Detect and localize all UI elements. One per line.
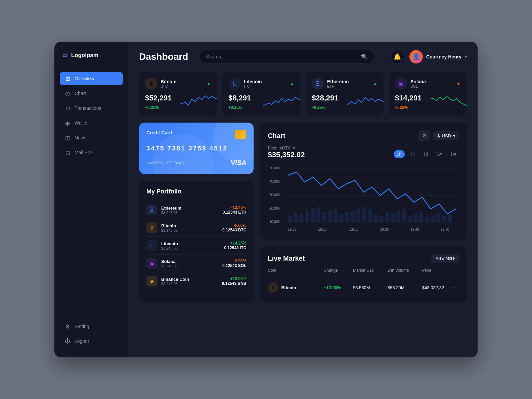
portfolio-details-eth: Ethereum $3,245.03 — [161, 206, 219, 215]
chart-pair[interactable]: Bitcoin/BTC ▾ — [268, 145, 305, 150]
sidebar-label-setting: Setting — [75, 324, 89, 329]
col-price: Price — [422, 268, 449, 273]
svg-text:50,000: 50,000 — [270, 166, 280, 170]
right-column: Chart ⚙ $ USD ▾ — [260, 123, 467, 303]
market-btc-price: $48,032,32 — [422, 285, 449, 290]
portfolio-amount-bnb: 0.12543 BNB — [222, 281, 247, 286]
market-coin-btc: ₿ Bitcoin — [268, 282, 321, 293]
crypto-card-header-eth: Ξ Ethereum ETH ▲ — [312, 78, 378, 90]
view-more-button[interactable]: View More — [431, 254, 459, 263]
svg-rect-14 — [311, 209, 315, 222]
sidebar-item-logout[interactable]: ⏻ Logout — [60, 335, 123, 348]
portfolio-coin-name-sol: Solana — [161, 259, 218, 264]
portfolio: My Portfolio Ξ Ethereum $3,245.03 -13.40… — [139, 181, 254, 303]
col-coin: Coin — [268, 268, 321, 273]
crypto-card-ltc: Ł Litecoin ITC ▲ $8,291 +0.25% — [222, 72, 300, 116]
bottom-section: Credit Card 3475 7381 3759 4512 DARRELL … — [139, 123, 467, 303]
crypto-card-btc: ₿ Bitcoin BTC ▲ $52,291 +0.25% — [139, 72, 217, 116]
col-change: Change — [324, 268, 350, 273]
svg-rect-27 — [385, 212, 389, 222]
ltc-symbol: ITC — [244, 84, 262, 88]
eth-logo: Ξ — [312, 78, 324, 90]
credit-card: Credit Card 3475 7381 3759 4512 DARRELL … — [139, 123, 254, 174]
sidebar-label-overview: Overview — [75, 76, 94, 81]
sidebar-item-transactions[interactable]: ⊡ Transactions — [60, 101, 123, 115]
time-filter-3h[interactable]: 3h — [407, 150, 418, 158]
sidebar-item-wallet[interactable]: ◉ Wallet — [60, 116, 123, 130]
setting-icon: ⚙ — [64, 323, 71, 329]
logo: ∞ Logoipsm — [54, 51, 128, 60]
portfolio-coin-name-ltc: Litecoin — [161, 241, 220, 246]
portfolio-values-ltc: +14.25% 0.12543 ITC — [224, 241, 246, 250]
ltc-logo: Ł — [228, 78, 240, 90]
time-filters: 1h 3h 1d 1w 1m — [394, 150, 459, 158]
user-info[interactable]: 👤 Courtney Henry ▾ — [409, 50, 467, 63]
content: ₿ Bitcoin BTC ▲ $52,291 +0.25% — [128, 72, 478, 357]
news-icon: ◫ — [64, 135, 71, 141]
sol-trend-icon: ▼ — [456, 81, 461, 86]
market-row-btc: ₿ Bitcoin +12.00% $3.560M $65.20M $48,03… — [268, 280, 459, 295]
search-bar[interactable]: 🔍 — [200, 50, 374, 63]
ltc-mini-chart — [263, 92, 300, 109]
chart-card: Chart ⚙ $ USD ▾ — [260, 123, 467, 240]
portfolio-amount-eth: 0.12543 ETH — [223, 210, 247, 215]
portfolio-details-bnb: Binance Coin $3,245.03 — [161, 277, 218, 286]
portfolio-coin-price-btc: $3,245.03 — [161, 228, 218, 232]
col-market-cap: Market Cap — [353, 268, 385, 273]
svg-text:19:40: 19:40 — [411, 228, 419, 231]
left-column: Credit Card 3475 7381 3759 4512 DARRELL … — [139, 123, 254, 303]
search-input[interactable] — [206, 54, 358, 59]
sidebar-item-mailbox[interactable]: ◻ Mail Box — [60, 146, 123, 159]
svg-rect-29 — [397, 211, 401, 222]
sidebar-label-mailbox: Mail Box — [75, 150, 93, 155]
svg-rect-35 — [431, 215, 435, 222]
chart-pair-chevron: ▾ — [293, 145, 295, 150]
sidebar-item-overview[interactable]: ⊞ Overview — [60, 72, 123, 85]
sol-logo: ◉ — [395, 78, 407, 90]
svg-rect-38 — [448, 215, 452, 222]
svg-rect-23 — [362, 207, 366, 222]
portfolio-title: My Portfolio — [146, 188, 246, 195]
crypto-card-header-sol: ◉ Solana SOL ▼ — [395, 78, 461, 90]
svg-rect-19 — [340, 214, 344, 222]
sidebar-label-transactions: Transactions — [75, 105, 101, 111]
time-filter-1d[interactable]: 1d — [420, 150, 431, 158]
time-filter-1w[interactable]: 1w — [433, 150, 445, 158]
sidebar-label-logout: Logout — [75, 339, 89, 344]
btc-symbol: BTC — [161, 84, 176, 88]
market-btc-cap: $3.560M — [353, 285, 385, 290]
chart-settings-button[interactable]: ⚙ — [418, 130, 430, 141]
market-btc-more-icon[interactable]: ⋯ — [451, 284, 459, 291]
currency-select[interactable]: $ USD ▾ — [433, 131, 459, 140]
svg-text:19:10: 19:10 — [318, 228, 327, 231]
sidebar: ∞ Logoipsm ⊞ Overview ◷ Chart ⊡ Transact… — [54, 42, 128, 357]
card-number: 3475 7381 3759 4512 — [146, 145, 246, 152]
portfolio-change-bnb: +12.00% — [222, 276, 247, 281]
sidebar-item-chart[interactable]: ◷ Chart — [60, 87, 123, 100]
chart-area: 50,000 40,000 30,000 20,000 10,000 — [268, 165, 459, 232]
portfolio-coin-price-sol: $3,245.03 — [161, 264, 218, 268]
svg-rect-37 — [442, 216, 446, 222]
portfolio-values-bnb: +12.00% 0.12543 BNB — [222, 276, 247, 286]
time-filter-1h[interactable]: 1h — [394, 150, 405, 158]
time-filter-1m[interactable]: 1m — [447, 150, 459, 158]
portfolio-details-ltc: Litecoin $3,245.03 — [161, 241, 220, 250]
col-actions — [451, 268, 459, 273]
ltc-trend-icon: ▲ — [290, 81, 294, 86]
portfolio-coin-price-eth: $3,245.03 — [161, 211, 219, 215]
user-name: Courtney Henry — [426, 54, 461, 59]
svg-rect-10 — [288, 216, 292, 222]
svg-rect-12 — [300, 214, 304, 222]
logout-icon: ⏻ — [64, 338, 71, 344]
transactions-icon: ⊡ — [64, 105, 71, 111]
notification-bell[interactable]: 🔔 — [391, 50, 404, 63]
chart-pair-label: Bitcoin/BTC — [268, 145, 291, 150]
card-brand: VISA — [231, 159, 247, 167]
sidebar-item-news[interactable]: ◫ News — [60, 131, 123, 144]
page-title: Dashboard — [139, 51, 188, 62]
portfolio-change-btc: -6.00% — [222, 223, 246, 228]
crypto-info-btc: ₿ Bitcoin BTC — [145, 78, 176, 90]
svg-rect-24 — [368, 209, 372, 222]
sidebar-item-setting[interactable]: ⚙ Setting — [60, 320, 123, 333]
chart-header: Chart ⚙ $ USD ▾ — [268, 130, 459, 141]
